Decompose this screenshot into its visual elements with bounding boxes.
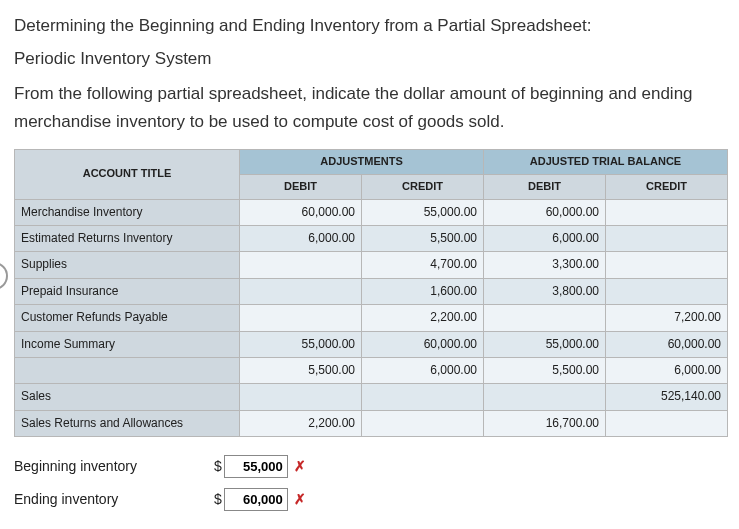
cell-adj-d (240, 305, 362, 331)
worksheet-table: ACCOUNT TITLE ADJUSTMENTS ADJUSTED TRIAL… (14, 149, 728, 437)
header-adj-debit: DEBIT (240, 174, 362, 199)
worksheet-body: Merchandise Inventory60,000.0055,000.006… (15, 199, 728, 437)
cell-atb-d: 3,800.00 (484, 278, 606, 304)
cell-adj-d (240, 278, 362, 304)
title-line-2: Periodic Inventory System (14, 45, 725, 72)
cell-adj-c: 5,500.00 (362, 226, 484, 252)
cell-atb-d: 60,000.00 (484, 199, 606, 225)
cell-adj-d: 60,000.00 (240, 199, 362, 225)
cell-adj-c: 2,200.00 (362, 305, 484, 331)
beginning-inventory-label: Beginning inventory (14, 456, 214, 476)
header-adj-credit: CREDIT (362, 174, 484, 199)
cell-atb-c (606, 252, 728, 278)
cell-atb-d (484, 305, 606, 331)
row-label: Supplies (15, 252, 240, 278)
cell-atb-d: 55,000.00 (484, 331, 606, 357)
table-row: Merchandise Inventory60,000.0055,000.006… (15, 199, 728, 225)
cell-atb-c (606, 410, 728, 436)
cell-adj-d: 6,000.00 (240, 226, 362, 252)
cell-atb-c (606, 199, 728, 225)
row-label (15, 357, 240, 383)
cell-adj-c: 60,000.00 (362, 331, 484, 357)
problem-statement: Determining the Beginning and Ending Inv… (14, 12, 725, 135)
cell-atb-d: 16,700.00 (484, 410, 606, 436)
cell-atb-c: 6,000.00 (606, 357, 728, 383)
header-account-title: ACCOUNT TITLE (15, 149, 240, 199)
table-row: Sales525,140.00 (15, 384, 728, 410)
table-row: Prepaid Insurance1,600.003,800.00 (15, 278, 728, 304)
row-label: Customer Refunds Payable (15, 305, 240, 331)
header-atb-credit: CREDIT (606, 174, 728, 199)
row-label: Sales (15, 384, 240, 410)
row-label: Prepaid Insurance (15, 278, 240, 304)
cell-atb-d: 3,300.00 (484, 252, 606, 278)
instruction-paragraph: From the following partial spreadsheet, … (14, 80, 725, 134)
cell-atb-c (606, 278, 728, 304)
page-side-tab (0, 262, 8, 290)
cell-adj-c (362, 384, 484, 410)
beginning-inventory-input[interactable] (224, 455, 288, 478)
currency-symbol: $ (214, 489, 222, 509)
cell-atb-c (606, 226, 728, 252)
table-row: Customer Refunds Payable2,200.007,200.00 (15, 305, 728, 331)
table-row: Income Summary55,000.0060,000.0055,000.0… (15, 331, 728, 357)
cell-atb-c: 7,200.00 (606, 305, 728, 331)
row-label: Estimated Returns Inventory (15, 226, 240, 252)
header-adjusted-trial-balance: ADJUSTED TRIAL BALANCE (484, 149, 728, 174)
row-label: Merchandise Inventory (15, 199, 240, 225)
row-label: Income Summary (15, 331, 240, 357)
table-row: 5,500.006,000.005,500.006,000.00 (15, 357, 728, 383)
cell-adj-d: 2,200.00 (240, 410, 362, 436)
wrong-mark-icon: ✗ (294, 456, 306, 476)
ending-inventory-label: Ending inventory (14, 489, 214, 509)
cell-adj-c: 1,600.00 (362, 278, 484, 304)
cell-adj-c: 6,000.00 (362, 357, 484, 383)
header-adjustments: ADJUSTMENTS (240, 149, 484, 174)
cell-adj-c (362, 410, 484, 436)
header-atb-debit: DEBIT (484, 174, 606, 199)
row-label: Sales Returns and Allowances (15, 410, 240, 436)
table-row: Supplies4,700.003,300.00 (15, 252, 728, 278)
currency-symbol: $ (214, 456, 222, 476)
cell-adj-c: 55,000.00 (362, 199, 484, 225)
ending-inventory-row: Ending inventory $ ✗ (14, 488, 725, 511)
cell-adj-d (240, 384, 362, 410)
cell-adj-d (240, 252, 362, 278)
table-row: Estimated Returns Inventory6,000.005,500… (15, 226, 728, 252)
title-line-1: Determining the Beginning and Ending Inv… (14, 12, 725, 39)
cell-atb-c: 525,140.00 (606, 384, 728, 410)
cell-atb-d: 6,000.00 (484, 226, 606, 252)
cell-atb-d (484, 384, 606, 410)
table-row: Sales Returns and Allowances2,200.0016,7… (15, 410, 728, 436)
cell-adj-d: 55,000.00 (240, 331, 362, 357)
cell-adj-c: 4,700.00 (362, 252, 484, 278)
beginning-inventory-row: Beginning inventory $ ✗ (14, 455, 725, 478)
answers-section: Beginning inventory $ ✗ Ending inventory… (14, 455, 725, 511)
ending-inventory-input[interactable] (224, 488, 288, 511)
cell-adj-d: 5,500.00 (240, 357, 362, 383)
cell-atb-c: 60,000.00 (606, 331, 728, 357)
wrong-mark-icon: ✗ (294, 489, 306, 509)
cell-atb-d: 5,500.00 (484, 357, 606, 383)
